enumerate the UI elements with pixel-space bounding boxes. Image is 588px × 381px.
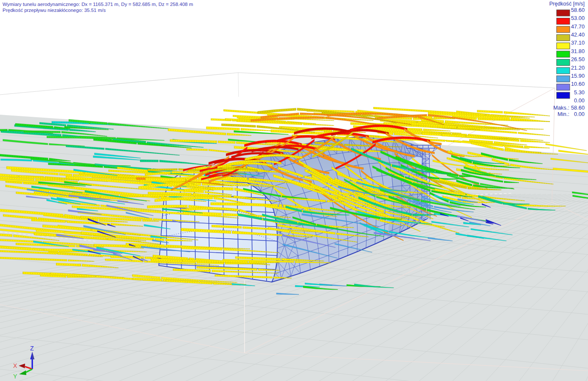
svg-text:58.60: 58.60 [571,104,585,111]
svg-text:5.30: 5.30 [574,89,585,96]
svg-text:10.60: 10.60 [571,81,585,87]
svg-text:42.40: 42.40 [571,31,585,38]
svg-text:47.70: 47.70 [571,23,585,30]
svg-text:Y: Y [13,373,17,380]
svg-text:21.20: 21.20 [571,65,585,71]
svg-text:X: X [13,362,17,369]
svg-text:0.00: 0.00 [574,111,585,117]
svg-text:Prędkość przepływu niezakłócon: Prędkość przepływu niezakłóconego: 35.51… [3,8,106,13]
svg-text:Z: Z [30,345,34,352]
svg-text:31.80: 31.80 [571,48,585,54]
svg-text:Prędkość [m/s]: Prędkość [m/s] [549,1,585,7]
svg-text:58.60: 58.60 [571,7,585,13]
svg-text:26.50: 26.50 [571,56,585,62]
svg-text:Maks.:: Maks.: [553,104,569,111]
svg-text:15.90: 15.90 [571,73,585,79]
svg-text:53.00: 53.00 [571,15,585,21]
svg-text:0.00: 0.00 [574,97,585,104]
svg-text:37.10: 37.10 [571,40,585,46]
svg-text:Wymiary tunelu aerodynamiczneg: Wymiary tunelu aerodynamicznego: Dx = 11… [3,2,193,7]
svg-text:Min.:: Min.: [557,111,569,117]
